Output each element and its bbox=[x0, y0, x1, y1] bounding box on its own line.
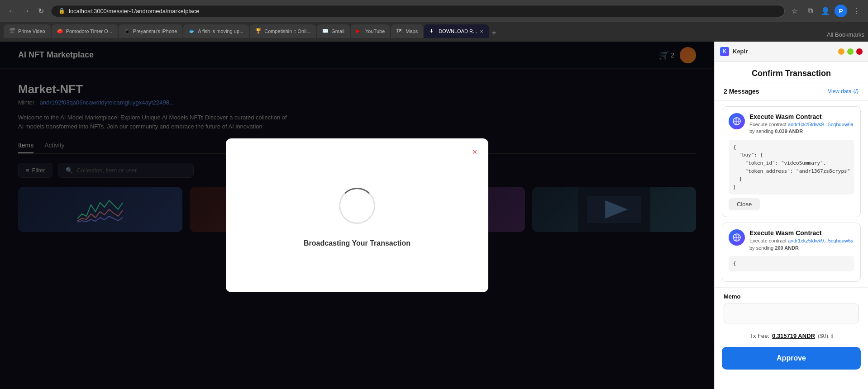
messages-header: 2 Messages View data ⟨/⟩ bbox=[715, 82, 868, 101]
tab-prime-video[interactable]: 🎬 Prime Video bbox=[4, 24, 51, 38]
keplr-close-button[interactable] bbox=[856, 48, 863, 55]
tab-pomodoro[interactable]: 🍅 Pomodoro Timer O... bbox=[52, 24, 118, 38]
contract-address-1: andr1ckz5tdwk9...5cqhquw6a bbox=[788, 122, 854, 127]
tab-favicon-comp: 🏆 bbox=[255, 28, 262, 34]
tab-label: A fish is moving up... bbox=[198, 28, 243, 34]
contract-address-2: andr1ckz5tdwk9...5cqhquw6a bbox=[788, 238, 854, 243]
website-content: AI NFT Marketplace 🛒 2 Market-NFT Minter… bbox=[0, 42, 714, 389]
keplr-titlebar: K Keplr bbox=[715, 42, 868, 62]
contract-globe-icon-2 bbox=[732, 233, 741, 242]
contract-info-2: Execute Wasm Contract Execute contract a… bbox=[749, 229, 854, 251]
tab-download[interactable]: ⬇ DOWNLOAD R... ✕ bbox=[424, 24, 489, 38]
extension-button[interactable]: ⧉ bbox=[804, 5, 816, 17]
lock-icon: 🔒 bbox=[58, 8, 65, 14]
keplr-maximize-button[interactable] bbox=[847, 48, 854, 55]
contract-info-1: Execute Wasm Contract Execute contract a… bbox=[749, 113, 854, 135]
contract-code-2: { bbox=[729, 256, 854, 271]
tab-label: Prime Video bbox=[18, 28, 45, 34]
view-data-link[interactable]: View data ⟨/⟩ bbox=[828, 88, 859, 95]
tab-label: DOWNLOAD R... bbox=[439, 28, 477, 34]
menu-button[interactable]: ⋮ bbox=[850, 5, 863, 17]
loading-spinner bbox=[339, 188, 375, 224]
keplr-panel: K Keplr Confirm Transaction 2 Messages bbox=[714, 42, 868, 389]
contract-title-1: Execute Wasm Contract bbox=[749, 113, 854, 120]
tab-favicon-gmail: ✉️ bbox=[322, 28, 329, 34]
tx-fee-row: Tx Fee: 0.315719 ANDR ($0) ℹ bbox=[715, 329, 868, 343]
keplr-panel-title: Confirm Transaction bbox=[724, 69, 859, 78]
contract-amount-1: 0.039 ANDR bbox=[775, 128, 803, 134]
memo-input[interactable] bbox=[724, 304, 859, 323]
broadcasting-modal: × Broadcasting Your Transaction bbox=[226, 138, 488, 292]
address-text: localhost:3000/messier-1/andromeda/marke… bbox=[69, 8, 199, 14]
modal-overlay: × Broadcasting Your Transaction bbox=[0, 42, 714, 389]
keplr-app-title: Keplr bbox=[733, 48, 748, 55]
browser-toolbar: ← → ↻ 🔒 localhost:3000/messier-1/androme… bbox=[0, 0, 868, 22]
contract-amount-2: 200 ANDR bbox=[775, 245, 799, 251]
new-tab-button[interactable]: + bbox=[490, 28, 498, 38]
keplr-minimize-button[interactable] bbox=[838, 48, 844, 55]
tab-label: Pomodoro Timer O... bbox=[66, 28, 112, 34]
messages-count-label: 2 Messages bbox=[724, 88, 759, 95]
view-data-icon: ⟨/⟩ bbox=[853, 88, 859, 95]
tab-favicon-download: ⬇ bbox=[429, 28, 436, 34]
tab-favicon-maps: 🗺 bbox=[396, 28, 403, 34]
tx-fee-value: 0.315719 ANDR bbox=[772, 332, 815, 339]
tab-label: Maps bbox=[405, 28, 418, 34]
spinner-container bbox=[334, 183, 380, 228]
tab-label: YouTube bbox=[365, 28, 385, 34]
contract-card-1: Execute Wasm Contract Execute contract a… bbox=[722, 106, 861, 217]
contract-icon-1 bbox=[729, 113, 745, 129]
profile-button[interactable]: P bbox=[835, 5, 847, 17]
toolbar-actions: ☆ ⧉ 👤 P ⋮ bbox=[788, 5, 863, 17]
forward-button[interactable]: → bbox=[20, 5, 33, 17]
view-data-label: View data bbox=[828, 88, 851, 95]
contract-card-2: Execute Wasm Contract Execute contract a… bbox=[722, 223, 861, 281]
contract-desc-1: Execute contract andr1ckz5tdwk9...5cqhqu… bbox=[749, 121, 854, 135]
contract-desc-2: Execute contract andr1ckz5tdwk9...5cqhqu… bbox=[749, 237, 854, 251]
bookmark-button[interactable]: ☆ bbox=[788, 5, 801, 17]
contract-title-2: Execute Wasm Contract bbox=[749, 229, 854, 237]
tab-gmail[interactable]: ✉️ Gmail bbox=[317, 24, 350, 38]
modal-close-button[interactable]: × bbox=[468, 146, 481, 158]
tx-fee-label: Tx Fee: bbox=[749, 332, 769, 339]
page-wrapper: AI NFT Marketplace 🛒 2 Market-NFT Minter… bbox=[0, 42, 868, 389]
contract-globe-icon-1 bbox=[732, 117, 741, 126]
reload-button[interactable]: ↻ bbox=[34, 5, 47, 17]
memo-label: Memo bbox=[724, 293, 859, 300]
keplr-body[interactable]: 2 Messages View data ⟨/⟩ bbox=[715, 82, 868, 389]
keplr-title-left: K Keplr bbox=[720, 47, 748, 56]
memo-section: Memo bbox=[715, 287, 868, 329]
tab-label: Preyanshu's iPhone bbox=[133, 28, 177, 34]
back-button[interactable]: ← bbox=[5, 5, 18, 17]
tab-maps[interactable]: 🗺 Maps bbox=[391, 24, 423, 38]
tab-favicon-iphone: 📱 bbox=[124, 28, 130, 34]
keplr-logo: K bbox=[720, 47, 729, 56]
messages-count: 2 bbox=[724, 88, 727, 95]
address-bar[interactable]: 🔒 localhost:3000/messier-1/andromeda/mar… bbox=[51, 5, 785, 17]
tab-favicon-pomodoro: 🍅 bbox=[57, 28, 63, 34]
account-button[interactable]: 👤 bbox=[819, 5, 832, 17]
contract-close-button-1[interactable]: Close bbox=[729, 198, 760, 210]
all-bookmarks[interactable]: All Bookmarks bbox=[827, 31, 864, 38]
tx-fee-usd: ($0) bbox=[818, 332, 828, 339]
tab-competishin[interactable]: 🏆 Competishin :: Onli... bbox=[250, 24, 316, 38]
tab-label: Competishin :: Onli... bbox=[264, 28, 310, 34]
tab-iphone[interactable]: 📱 Preyanshu's iPhone bbox=[119, 24, 183, 38]
tab-fish[interactable]: 🐟 A fish is moving up... bbox=[183, 24, 249, 38]
tab-youtube[interactable]: ▶ YouTube bbox=[351, 24, 390, 38]
tab-favicon-fish: 🐟 bbox=[189, 28, 195, 34]
contract-card-2-header: Execute Wasm Contract Execute contract a… bbox=[729, 229, 854, 251]
tab-favicon-youtube: ▶ bbox=[356, 28, 362, 34]
tabs-bar: 🎬 Prime Video 🍅 Pomodoro Timer O... 📱 Pr… bbox=[0, 22, 868, 38]
messages-label-text: Messages bbox=[729, 88, 759, 95]
keplr-window-buttons bbox=[838, 48, 863, 55]
contract-icon-2 bbox=[729, 229, 745, 246]
tab-label: Gmail bbox=[331, 28, 344, 34]
contract-card-1-header: Execute Wasm Contract Execute contract a… bbox=[729, 113, 854, 135]
browser-chrome: ← → ↻ 🔒 localhost:3000/messier-1/androme… bbox=[0, 0, 868, 42]
approve-button[interactable]: Approve bbox=[722, 347, 861, 370]
tab-close-icon[interactable]: ✕ bbox=[480, 29, 483, 34]
modal-message: Broadcasting Your Transaction bbox=[304, 239, 410, 247]
nav-buttons: ← → ↻ bbox=[5, 5, 47, 17]
info-icon[interactable]: ℹ bbox=[831, 332, 833, 340]
